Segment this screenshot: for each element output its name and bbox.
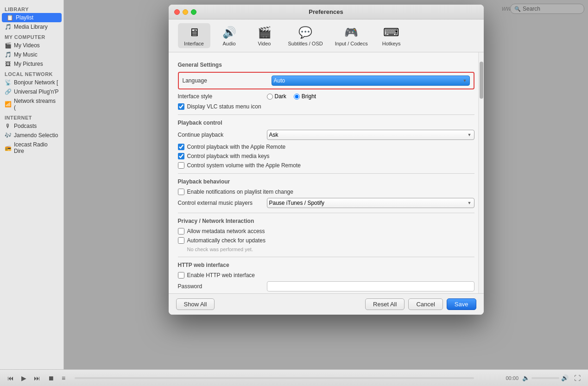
- apple-remote-checkbox[interactable]: [178, 144, 184, 150]
- cancel-button[interactable]: Cancel: [408, 298, 443, 310]
- tab-input-label: Input / Codecs: [335, 41, 368, 46]
- metadata-label: Allow metadata network access: [187, 228, 265, 234]
- playlist-toggle-button[interactable]: ≡: [60, 373, 67, 383]
- media-keys-label: Control playback with media keys: [187, 153, 270, 159]
- sidebar-item-network-streams[interactable]: 📶 Network streams (: [0, 96, 63, 112]
- volume-bar[interactable]: [531, 377, 559, 379]
- icecast-icon: 📻: [5, 145, 11, 151]
- tab-interface[interactable]: 🖥 Interface: [178, 23, 210, 48]
- dialog-body: General Settings Language Auto English F…: [169, 52, 478, 293]
- fullscreen-button[interactable]: ⛶: [572, 373, 582, 383]
- fast-forward-button[interactable]: ⏭: [32, 373, 42, 383]
- sidebar-item-podcasts[interactable]: 🎙 Podcasts: [0, 121, 63, 131]
- save-button[interactable]: Save: [447, 298, 476, 310]
- password-input[interactable]: [267, 281, 474, 291]
- media-library-icon: 🎵: [5, 24, 11, 30]
- tab-hotkeys[interactable]: ⌨ Hotkeys: [375, 23, 408, 48]
- close-button[interactable]: [174, 9, 180, 15]
- tab-subtitles[interactable]: 💬 Subtitles / OSD: [284, 23, 328, 48]
- sidebar-item-icecast[interactable]: 📻 Icecast Radio Dire: [0, 140, 63, 156]
- tab-input[interactable]: 🎮 Input / Codecs: [330, 23, 373, 48]
- tab-audio[interactable]: 🔊 Audio: [213, 23, 246, 48]
- sidebar-item-playlist[interactable]: 📋 Playlist: [2, 13, 62, 22]
- playlist-icon: 📋: [6, 14, 13, 21]
- interface-icon: 🖥: [187, 25, 202, 40]
- metadata-row: Allow metadata network access: [178, 228, 474, 234]
- window-controls: [174, 9, 196, 15]
- dark-radio-item[interactable]: Dark: [267, 93, 286, 100]
- language-row: Language Auto English French: [178, 72, 474, 89]
- external-players-select[interactable]: Pause iTunes / Spotify Do nothing: [267, 198, 474, 208]
- media-keys-checkbox[interactable]: [178, 153, 184, 159]
- tab-video[interactable]: 🎬 Video: [248, 23, 281, 48]
- video-icon: 🎬: [257, 25, 272, 40]
- password-row: Password: [178, 281, 474, 291]
- stop-button[interactable]: ⏹: [46, 373, 56, 383]
- sidebar-item-my-music[interactable]: 🎵 My Music: [0, 50, 63, 59]
- dark-radio[interactable]: [267, 94, 273, 100]
- jamendo-icon: 🎶: [5, 132, 11, 139]
- videos-icon: 🎬: [5, 42, 11, 49]
- sidebar-item-media-library[interactable]: 🎵 Media Library: [0, 22, 63, 32]
- display-status-icon-checkbox[interactable]: [178, 103, 184, 110]
- continue-playback-row: Continue playback Ask Always continue Ne…: [178, 130, 474, 140]
- notifications-row: Enable notifications on playlist item ch…: [178, 189, 474, 195]
- preferences-dialog: Preferences 🖥 Interface 🔊 Audio 🎬 Video: [169, 5, 484, 315]
- interface-style-row: Interface style Dark Bright: [178, 93, 474, 100]
- system-volume-checkbox[interactable]: [178, 162, 184, 169]
- display-status-icon-label: Display VLC status menu icon: [187, 103, 261, 110]
- notifications-label: Enable notifications on playlist item ch…: [187, 189, 293, 195]
- sidebar-item-bonjour[interactable]: 📡 Bonjour Network [: [0, 78, 63, 87]
- divider-3: [178, 213, 474, 213]
- sidebar-item-upnp[interactable]: 🔗 Universal Plug'n'P: [0, 87, 63, 96]
- music-icon: 🎵: [5, 51, 11, 58]
- auto-check-checkbox[interactable]: [178, 237, 184, 244]
- rewind-button[interactable]: ⏮: [6, 373, 16, 383]
- sidebar-item-my-pictures[interactable]: 🖼 My Pictures: [0, 59, 63, 69]
- modal-overlay: Preferences 🖥 Interface 🔊 Audio 🎬 Video: [64, 0, 588, 369]
- scrollbar-thumb[interactable]: [480, 62, 483, 99]
- scrollbar-track[interactable]: [478, 52, 484, 293]
- divider-2: [178, 173, 474, 174]
- display-status-icon-row: Display VLC status menu icon: [178, 103, 474, 110]
- metadata-checkbox[interactable]: [178, 228, 184, 234]
- sidebar-item-jamendo[interactable]: 🎶 Jamendo Selectio: [0, 131, 63, 140]
- apple-remote-row: Control playback with the Apple Remote: [178, 144, 474, 150]
- audio-icon: 🔊: [222, 25, 237, 40]
- auto-check-row: Automatically check for updates: [178, 237, 474, 244]
- play-button[interactable]: ▶: [19, 373, 28, 383]
- language-select-wrapper[interactable]: Auto English French: [272, 76, 470, 86]
- enable-http-label: Enable HTTP web interface: [187, 272, 255, 278]
- language-select[interactable]: Auto English French: [272, 76, 470, 86]
- minimize-button[interactable]: [183, 9, 188, 15]
- toolbar-tabs: 🖥 Interface 🔊 Audio 🎬 Video 💬 Subtitles …: [169, 19, 484, 52]
- external-players-select-wrapper[interactable]: Pause iTunes / Spotify Do nothing: [267, 198, 474, 208]
- playback-behaviour-header: Playback behaviour: [178, 178, 474, 185]
- footer-left: Show All: [176, 298, 366, 310]
- notifications-checkbox[interactable]: [178, 189, 184, 195]
- maximize-button[interactable]: [191, 9, 196, 15]
- continue-playback-select[interactable]: Ask Always continue Never: [267, 130, 474, 140]
- password-label: Password: [178, 283, 261, 290]
- enable-http-checkbox[interactable]: [178, 272, 184, 278]
- dark-label: Dark: [275, 93, 286, 100]
- upnp-icon: 🔗: [5, 89, 11, 95]
- show-all-button[interactable]: Show All: [176, 298, 215, 310]
- progress-bar[interactable]: [75, 377, 474, 379]
- external-players-label: Control external music players: [178, 200, 261, 206]
- bright-radio[interactable]: [294, 94, 300, 100]
- sidebar-library-header: LIBRARY: [0, 4, 63, 13]
- sidebar-local-network-header: LOCAL NETWORK: [0, 69, 63, 78]
- volume-area: 🔈 🔊: [522, 374, 569, 381]
- continue-playback-label: Continue playback: [178, 132, 261, 138]
- tab-subtitles-label: Subtitles / OSD: [288, 41, 323, 46]
- volume-icon[interactable]: 🔈: [522, 374, 530, 381]
- reset-all-button[interactable]: Reset All: [365, 298, 405, 310]
- interface-style-label: Interface style: [178, 93, 261, 100]
- divider-4: [178, 257, 474, 257]
- tab-hotkeys-label: Hotkeys: [382, 41, 401, 46]
- system-volume-row: Control system volume with the Apple Rem…: [178, 162, 474, 169]
- continue-playback-select-wrapper[interactable]: Ask Always continue Never: [267, 130, 474, 140]
- bright-radio-item[interactable]: Bright: [294, 93, 316, 100]
- sidebar-item-my-videos[interactable]: 🎬 My Videos: [0, 41, 63, 50]
